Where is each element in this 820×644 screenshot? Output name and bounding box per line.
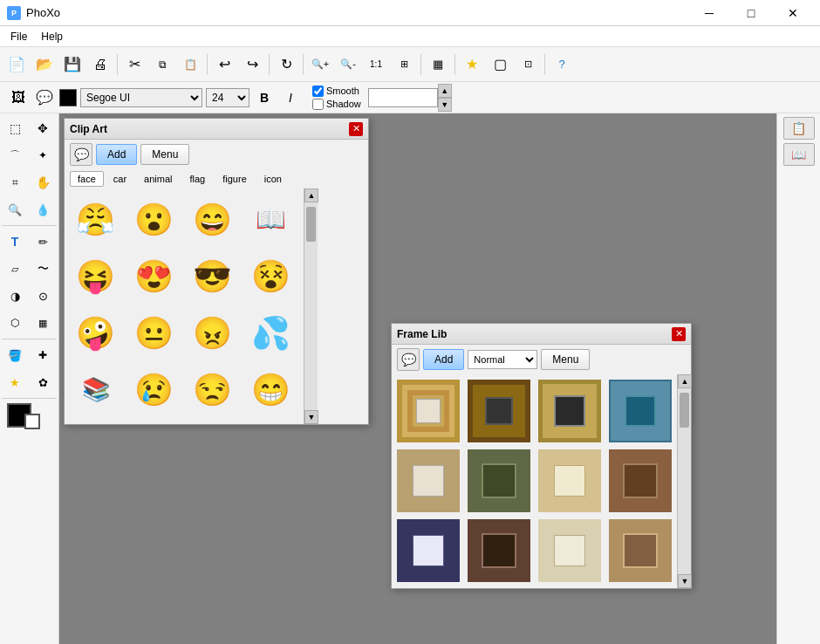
shadow-label[interactable]: Shadow — [312, 99, 361, 110]
emoji-12[interactable]: 💦 — [243, 305, 298, 360]
tool-paint-bucket[interactable]: 🪣 — [2, 342, 28, 368]
emoji-16[interactable]: 😁 — [243, 362, 298, 417]
frame-lib-menu-button[interactable]: Menu — [541, 349, 590, 370]
print-button[interactable]: 🖨 — [87, 51, 113, 78]
right-panel-btn-2[interactable]: 📖 — [783, 143, 815, 166]
text-bubble-btn[interactable]: 💬 — [33, 86, 56, 109]
tool-burn[interactable]: ◑ — [2, 283, 28, 309]
smooth-checkbox[interactable] — [312, 86, 324, 97]
frame-lib-mode-select[interactable]: Normal — [468, 350, 537, 369]
close-button[interactable]: ✕ — [773, 0, 813, 26]
emoji-20[interactable]: 🤙 — [243, 419, 298, 424]
color-scroll-up[interactable]: ▲ — [438, 84, 452, 98]
background-color-swatch[interactable] — [24, 414, 40, 429]
frame-scroll-up[interactable]: ▲ — [678, 374, 692, 388]
font-select[interactable]: Segoe UI — [80, 88, 202, 107]
clip-art-menu-button[interactable]: Menu — [140, 144, 189, 165]
layers-button[interactable]: ▦ — [425, 51, 451, 78]
copy-button[interactable]: ⧉ — [149, 51, 175, 78]
tool-smudge[interactable]: 〜 — [30, 256, 56, 282]
menu-file[interactable]: File — [3, 29, 34, 45]
actual-size-button[interactable]: 1:1 — [363, 51, 389, 78]
cat-flag[interactable]: flag — [181, 171, 213, 187]
tool-move[interactable]: ✥ — [30, 115, 56, 141]
open-button[interactable]: 📂 — [31, 51, 58, 78]
canvas-area[interactable]: Clip Art ✕ 💬 Add Menu face car animal fl… — [59, 113, 776, 644]
emoji-17[interactable]: 😭 — [68, 419, 123, 424]
frame-10[interactable] — [466, 517, 532, 584]
emoji-9[interactable]: 🤪 — [68, 305, 123, 360]
italic-button[interactable]: I — [279, 86, 302, 109]
frame-4[interactable] — [607, 378, 673, 444]
clip-art-icon-btn[interactable]: 💬 — [70, 143, 92, 166]
cat-face[interactable]: face — [70, 171, 104, 187]
star-button[interactable]: ★ — [459, 51, 485, 78]
tool-custom[interactable]: ✿ — [30, 369, 56, 395]
emoji-15[interactable]: 😒 — [185, 362, 240, 417]
emoji-2[interactable]: 😮 — [126, 192, 181, 247]
tool-gradient[interactable]: ▦ — [30, 310, 56, 336]
font-size-select[interactable]: 24 — [206, 88, 249, 107]
frame-2[interactable] — [466, 378, 532, 444]
frame-7[interactable] — [536, 448, 603, 514]
emoji-14[interactable]: 😢 — [126, 362, 181, 417]
undo-button[interactable]: ↩ — [211, 51, 237, 78]
emoji-1[interactable]: 😤 — [68, 192, 123, 247]
emoji-8[interactable]: 😵 — [243, 249, 298, 304]
emoji-11[interactable]: 😠 — [185, 305, 240, 360]
fit-button[interactable]: ⊞ — [391, 51, 417, 78]
frame-button[interactable]: ▢ — [487, 51, 513, 78]
menu-help[interactable]: Help — [34, 29, 70, 45]
foreground-color[interactable] — [59, 89, 77, 106]
emoji-5[interactable]: 😝 — [68, 249, 123, 304]
frame-12[interactable] — [607, 517, 673, 584]
zoom-out-button[interactable]: 🔍- — [335, 51, 361, 78]
tool-brush[interactable]: ✏ — [30, 229, 56, 255]
minimize-button[interactable]: ─ — [689, 0, 729, 26]
tool-crop[interactable]: ⌗ — [2, 169, 28, 195]
clip-art-add-button[interactable]: Add — [96, 144, 137, 165]
cat-icon[interactable]: icon — [256, 171, 290, 187]
color-scroll-down[interactable]: ▼ — [438, 98, 452, 112]
tool-hand[interactable]: ✋ — [30, 169, 56, 195]
clip-scroll-track[interactable] — [304, 202, 318, 410]
tool-selection[interactable]: ⬚ — [2, 115, 28, 141]
frame-scroll-down[interactable]: ▼ — [678, 574, 692, 588]
tool-eraser[interactable]: ▱ — [2, 256, 28, 282]
cat-figure[interactable]: figure — [215, 171, 255, 187]
frame-11[interactable] — [536, 517, 603, 584]
frame-scroll-thumb[interactable] — [680, 393, 689, 428]
tool-text[interactable]: T — [2, 229, 28, 255]
clip-scroll-thumb[interactable] — [306, 207, 316, 242]
frame-3[interactable] — [536, 378, 603, 444]
emoji-7[interactable]: 😎 — [185, 249, 240, 304]
cat-car[interactable]: car — [106, 171, 134, 187]
new-button[interactable]: 📄 — [3, 51, 30, 78]
clip-scroll-up[interactable]: ▲ — [304, 188, 318, 202]
smooth-label[interactable]: Smooth — [312, 86, 361, 97]
cut-button[interactable]: ✂ — [121, 51, 147, 78]
refresh-button[interactable]: ↻ — [273, 51, 299, 78]
emoji-4[interactable]: 📖 — [243, 192, 298, 247]
zoom-in-button[interactable]: 🔍+ — [307, 51, 333, 78]
frame-9[interactable] — [395, 517, 461, 584]
emoji-6[interactable]: 😍 — [126, 249, 181, 304]
tool-lasso[interactable]: ⌒ — [2, 142, 28, 168]
export-button[interactable]: ⊡ — [515, 51, 541, 78]
tool-star[interactable]: ★ — [2, 369, 28, 395]
frame-lib-icon-btn[interactable]: 💬 — [397, 348, 420, 371]
text-image-btn[interactable]: 🖼 — [7, 86, 30, 109]
maximize-button[interactable]: □ — [731, 0, 771, 26]
paste-button[interactable]: 📋 — [177, 51, 203, 78]
frame-lib-close-button[interactable]: ✕ — [672, 327, 686, 341]
frame-8[interactable] — [607, 448, 673, 514]
clip-art-title-bar[interactable]: Clip Art ✕ — [65, 119, 368, 140]
tool-shape[interactable]: ⬡ — [2, 310, 28, 336]
tool-clone[interactable]: ⊙ — [30, 283, 56, 309]
emoji-3[interactable]: 😄 — [185, 192, 240, 247]
help-button[interactable]: ? — [549, 51, 575, 78]
tool-zoom[interactable]: 🔍 — [2, 196, 28, 223]
bold-button[interactable]: B — [253, 86, 276, 109]
frame-scroll-track[interactable] — [678, 388, 691, 574]
redo-button[interactable]: ↪ — [239, 51, 265, 78]
